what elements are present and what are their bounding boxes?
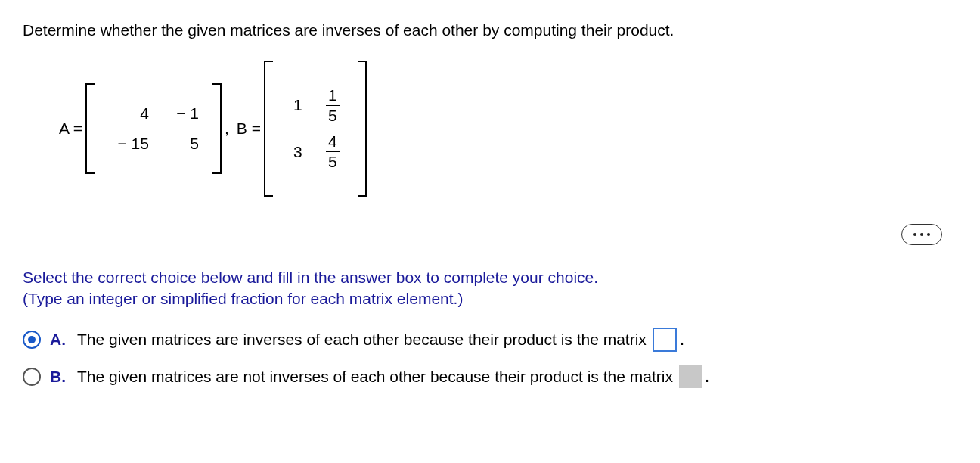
fraction-numerator: 4 <box>326 133 340 152</box>
matrix-a-cell: 5 <box>154 129 203 159</box>
choice-a[interactable]: A. The given matrices are inverses of ea… <box>23 328 957 352</box>
radio-selected-icon <box>28 336 36 343</box>
question-text: Determine whether the given matrices are… <box>23 21 957 39</box>
answer-box-b[interactable] <box>679 365 702 388</box>
radio-b[interactable] <box>23 368 41 386</box>
comma: , <box>225 120 229 138</box>
period: . <box>680 331 684 349</box>
matrix-a-cell: 4 <box>104 98 154 129</box>
bracket-icon <box>264 61 278 197</box>
choice-b-letter: B. <box>50 368 68 386</box>
matrix-a-cell: − 1 <box>154 98 203 129</box>
ellipsis-icon <box>927 233 930 236</box>
choice-b[interactable]: B. The given matrices are not inverses o… <box>23 365 957 388</box>
matrix-b-cell: 1 5 <box>317 82 349 129</box>
bracket-icon <box>208 83 222 174</box>
choice-a-text: The given matrices are inverses of each … <box>77 331 647 349</box>
instruction-line-1: Select the correct choice below and fill… <box>23 269 957 287</box>
choice-a-letter: A. <box>50 331 68 349</box>
period: . <box>705 368 709 386</box>
bracket-icon <box>85 83 99 174</box>
fraction-denominator: 5 <box>326 106 340 124</box>
matrix-b-body: 1 1 5 3 4 5 <box>278 61 353 197</box>
matrix-a-body: 4 − 1 − 15 5 <box>99 83 208 174</box>
instruction-line-2: (Type an integer or simplified fraction … <box>23 290 957 308</box>
matrix-a-cell: − 15 <box>104 129 154 159</box>
more-options-button[interactable] <box>901 224 942 245</box>
matrix-a-label: A = <box>59 120 82 138</box>
matrix-b-cell: 1 <box>282 90 317 120</box>
choice-b-text: The given matrices are not inverses of e… <box>77 368 673 386</box>
ellipsis-icon <box>920 233 923 236</box>
answer-box-a[interactable] <box>653 328 677 352</box>
matrix-b-cell: 3 <box>282 137 317 167</box>
section-divider <box>23 235 957 235</box>
matrix-display: A = 4 − 1 − 15 5 , B = <box>59 61 957 197</box>
bracket-icon <box>353 61 367 197</box>
fraction-numerator: 1 <box>326 87 340 106</box>
ellipsis-icon <box>913 233 916 236</box>
radio-a[interactable] <box>23 331 41 349</box>
fraction-denominator: 5 <box>326 152 340 170</box>
matrix-b-cell: 4 5 <box>317 129 349 175</box>
matrix-b-label: B = <box>237 120 261 138</box>
